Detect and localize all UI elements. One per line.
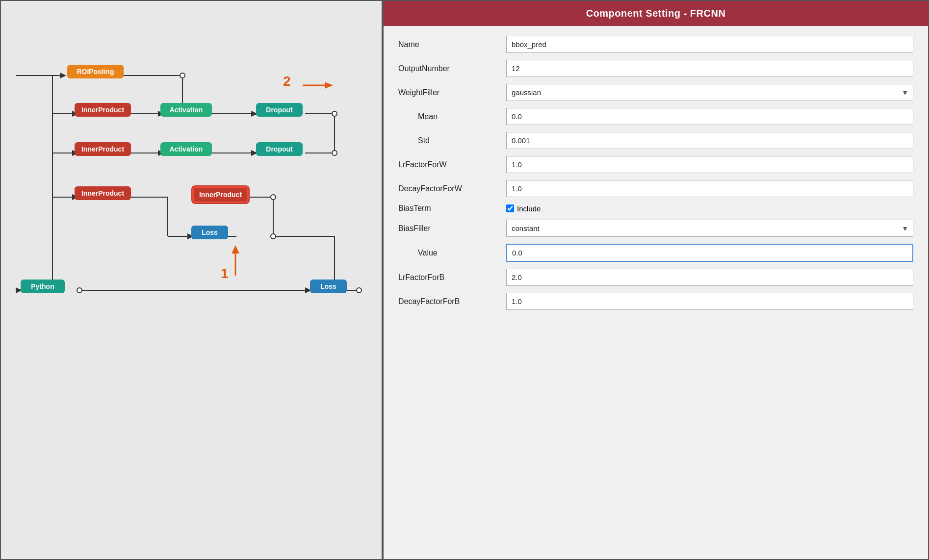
bias-filler-label: BiasFiller (398, 224, 496, 233)
annotation-1: 1 (221, 266, 229, 281)
activation-2-node[interactable]: Activation (160, 142, 212, 156)
weight-filler-select-wrapper: gaussian constant xavier msra ▼ (506, 84, 913, 101)
mean-input[interactable] (506, 108, 913, 125)
svg-point-41 (77, 288, 82, 293)
svg-point-39 (271, 195, 276, 200)
settings-panel: Component Setting - FRCNN Name OutputNum… (383, 0, 929, 560)
svg-point-42 (357, 288, 361, 293)
lr-factor-b-input[interactable] (506, 269, 913, 286)
bias-filler-row: BiasFiller constant gaussian xavier ▼ (398, 220, 913, 237)
loss-2-node[interactable]: Loss (310, 280, 347, 293)
value-row: Value (398, 244, 913, 262)
lr-factor-b-label: LrFactorForB (398, 273, 496, 282)
bias-term-include-label: Include (517, 204, 541, 213)
output-number-label: OutputNumber (398, 64, 496, 73)
name-label: Name (398, 40, 496, 49)
inner-product-2-node[interactable]: InnerProduct (75, 142, 131, 156)
mean-label: Mean (398, 112, 496, 121)
activation-1-node[interactable]: Activation (160, 103, 212, 117)
inner-product-1-node[interactable]: InnerProduct (75, 103, 131, 117)
lr-factor-b-row: LrFactorForB (398, 269, 913, 286)
decay-factor-b-label: DecayFactorForB (398, 297, 496, 306)
loss-1-node[interactable]: Loss (191, 226, 228, 239)
value-input[interactable] (506, 244, 913, 262)
bias-term-row: BiasTerm Include (398, 204, 913, 213)
std-row: Std (398, 132, 913, 149)
bias-term-checkbox-group: Include (506, 204, 541, 213)
value-label: Value (398, 249, 496, 257)
decay-factor-w-label: DecayFactorForW (398, 184, 496, 193)
svg-point-36 (180, 73, 185, 78)
svg-marker-44 (232, 245, 239, 254)
python-node[interactable]: Python (21, 280, 65, 293)
lr-factor-w-label: LrFactorForW (398, 160, 496, 169)
svg-point-38 (332, 151, 337, 155)
svg-marker-25 (60, 73, 66, 78)
lr-factor-w-input[interactable] (506, 156, 913, 173)
name-row: Name (398, 36, 913, 53)
decay-factor-w-input[interactable] (506, 180, 913, 197)
svg-point-37 (332, 111, 337, 116)
annotation-2: 2 (283, 74, 291, 89)
bias-term-label: BiasTerm (398, 204, 496, 213)
inner-product-4-node[interactable]: InnerProduct (192, 186, 249, 203)
roi-pooling-node[interactable]: ROIPooling (67, 65, 124, 78)
lr-factor-w-row: LrFactorForW (398, 156, 913, 173)
svg-marker-46 (325, 82, 333, 89)
canvas-panel: ROIPooling InnerProduct Activation Dropo… (0, 0, 383, 560)
decay-factor-b-row: DecayFactorForB (398, 293, 913, 310)
decay-factor-w-row: DecayFactorForW (398, 180, 913, 197)
weight-filler-row: WeightFiller gaussian constant xavier ms… (398, 84, 913, 101)
output-number-row: OutputNumber (398, 60, 913, 77)
name-input[interactable] (506, 36, 913, 53)
mean-row: Mean (398, 108, 913, 125)
std-label: Std (398, 136, 496, 145)
bias-term-checkbox[interactable] (506, 204, 514, 212)
settings-header: Component Setting - FRCNN (384, 1, 928, 26)
weight-filler-select[interactable]: gaussian constant xavier msra (506, 84, 913, 101)
output-number-input[interactable] (506, 60, 913, 77)
std-input[interactable] (506, 132, 913, 149)
dropout-1-node[interactable]: Dropout (256, 103, 303, 117)
decay-factor-b-input[interactable] (506, 293, 913, 310)
settings-body: Name OutputNumber WeightFiller gaussian … (384, 26, 928, 320)
bias-filler-select[interactable]: constant gaussian xavier (506, 220, 913, 237)
weight-filler-label: WeightFiller (398, 88, 496, 97)
svg-point-40 (271, 234, 276, 239)
dropout-2-node[interactable]: Dropout (256, 142, 303, 156)
inner-product-3-node[interactable]: InnerProduct (75, 186, 131, 200)
bias-filler-select-wrapper: constant gaussian xavier ▼ (506, 220, 913, 237)
